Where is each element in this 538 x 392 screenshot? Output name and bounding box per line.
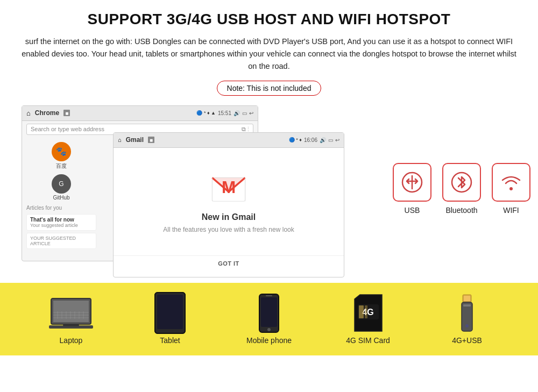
browser-time: 15:51 xyxy=(218,110,231,116)
middle-section: ⌂ Chrome ■ 🔵 * ♦ ▲ 15:51 🔊 ▭ ↩ Search or… xyxy=(22,105,516,272)
screen-icon: ▭ xyxy=(242,110,247,116)
phone-device: Mobile phone xyxy=(245,296,293,345)
svg-point-6 xyxy=(509,187,513,190)
browser-title: Chrome xyxy=(35,109,59,117)
svg-rect-37 xyxy=(463,304,471,307)
svg-point-28 xyxy=(267,328,271,331)
svg-rect-33 xyxy=(365,305,367,318)
bluetooth-svg-icon xyxy=(451,172,472,193)
gmail-volume-icon: 🔊 xyxy=(320,137,326,143)
svg-rect-32 xyxy=(359,305,364,318)
usb-icon-box xyxy=(393,163,431,202)
gmail-logo-svg: M xyxy=(210,168,247,206)
wifi-label: WIFI xyxy=(503,206,519,215)
gmail-status: 🔵 * ♦ 16:06 🔊 ▭ ↩ xyxy=(289,137,339,143)
usb-label: USB xyxy=(405,206,420,215)
bottom-section: Laptop Tablet Mobile phone xyxy=(0,283,538,355)
browser-status: 🔵 * ♦ ▲ 15:51 🔊 ▭ ↩ xyxy=(196,110,253,116)
bluetooth-icon-item: Bluetooth xyxy=(442,163,481,215)
card-sub-2: YOUR SUGGESTED ARTICLE xyxy=(30,236,93,246)
card-sub-1: Your suggested article xyxy=(30,223,93,228)
browser-stop-icon: ■ xyxy=(63,110,70,116)
phone-label: Mobile phone xyxy=(246,336,292,345)
bluetooth-label: Bluetooth xyxy=(445,206,477,215)
tablet-device: Tablet xyxy=(146,296,194,345)
usb-drive-icon xyxy=(443,296,491,331)
tablet-label: Tablet xyxy=(160,336,180,345)
bluetooth-icon-box xyxy=(442,163,481,202)
github-label: GitHub xyxy=(53,195,69,201)
wifi-icon-item: WIFI xyxy=(492,163,530,215)
wifi-icon-box xyxy=(492,163,530,202)
svg-rect-29 xyxy=(266,295,272,296)
svg-rect-35 xyxy=(464,296,470,301)
svg-text:M: M xyxy=(222,177,236,197)
icons-section: USB Bluetooth xyxy=(393,163,530,215)
laptop-device: Laptop xyxy=(47,296,95,345)
gmail-email-sub: All the features you love with a fresh n… xyxy=(163,225,294,234)
gmail-screen-icon: ▭ xyxy=(328,137,333,143)
gmail-home-icon: ⌂ xyxy=(118,137,122,143)
gmail-overlay: ⌂ Gmail ■ 🔵 * ♦ 16:06 🔊 ▭ ↩ xyxy=(113,132,344,277)
gmail-status-icons: 🔵 * ♦ xyxy=(289,137,302,142)
icon-row: USB Bluetooth xyxy=(393,163,530,215)
gmail-got-it[interactable]: GOT IT xyxy=(114,255,344,271)
gmail-email-title: New in Gmail xyxy=(202,212,256,222)
baidu-icon: 🐾 xyxy=(52,142,71,161)
gmail-time: 16:06 xyxy=(304,137,317,143)
card-2: YOUR SUGGESTED ARTICLE xyxy=(26,233,96,249)
sim-device: 4G 4G SIM Card xyxy=(344,296,392,345)
gmail-bar: ⌂ Gmail ■ 🔵 * ♦ 16:06 🔊 ▭ ↩ xyxy=(114,133,344,148)
svg-rect-27 xyxy=(261,297,277,327)
search-placeholder: Search or type web address xyxy=(31,126,104,132)
tablet-svg xyxy=(154,291,186,334)
phone-icon xyxy=(245,296,293,331)
svg-rect-10 xyxy=(63,325,79,326)
usb-icon-item: USB xyxy=(393,163,431,215)
baidu-label: 百度 xyxy=(56,162,67,170)
back-icon: ↩ xyxy=(249,110,253,116)
status-icons: 🔵 * ♦ ▲ xyxy=(196,110,216,116)
sim-icon: 4G xyxy=(344,296,392,331)
laptop-icon xyxy=(47,296,95,331)
phone-svg xyxy=(258,293,280,333)
page-title: SUPPORT 3G/4G USB HOST AND WIFI HOTSPOT xyxy=(22,11,516,28)
volume-icon: 🔊 xyxy=(233,110,240,116)
github-icon: G xyxy=(52,174,71,194)
usb-drive-svg xyxy=(458,294,476,332)
usb-device: 4G+USB xyxy=(443,296,491,345)
sim-label: 4G SIM Card xyxy=(346,336,390,345)
laptop-svg xyxy=(47,296,95,330)
wifi-svg-icon xyxy=(499,170,523,194)
home-icon: ⌂ xyxy=(26,109,31,117)
laptop-label: Laptop xyxy=(60,336,83,345)
phone-mockup: ⌂ Chrome ■ 🔵 * ♦ ▲ 15:51 🔊 ▭ ↩ Search or… xyxy=(22,105,377,272)
card-1: That's all for now Your suggested articl… xyxy=(26,214,96,231)
svg-text:4G: 4G xyxy=(362,308,373,317)
articles-label: Articles for you xyxy=(26,205,96,211)
github-app: G GitHub xyxy=(26,174,96,201)
left-panel: 🐾 百度 G GitHub Articles for you That's al… xyxy=(26,142,96,257)
gmail-title: Gmail xyxy=(126,136,144,144)
sim-svg: 4G xyxy=(353,294,383,332)
browser-bar: ⌂ Chrome ■ 🔵 * ♦ ▲ 15:51 🔊 ▭ ↩ xyxy=(22,106,258,121)
gmail-stop-icon: ■ xyxy=(148,137,154,143)
svg-point-38 xyxy=(465,324,469,327)
note-badge: Note: This is not included xyxy=(217,81,322,96)
gmail-back-icon: ↩ xyxy=(335,137,339,143)
tablet-icon xyxy=(146,296,194,331)
baidu-app: 🐾 百度 xyxy=(26,142,96,170)
card-title-1: That's all for now xyxy=(30,217,93,223)
tab-icon: ⧉ ⋮ xyxy=(242,126,249,133)
svg-rect-25 xyxy=(157,295,183,329)
usb-drive-label: 4G+USB xyxy=(452,336,482,345)
usb-svg-icon xyxy=(401,172,423,193)
gmail-content: M New in Gmail All the features you love… xyxy=(114,148,344,255)
main-content: SUPPORT 3G/4G USB HOST AND WIFI HOTSPOT … xyxy=(0,0,538,272)
description-text: surf the internet on the go with: USB Do… xyxy=(22,35,516,73)
